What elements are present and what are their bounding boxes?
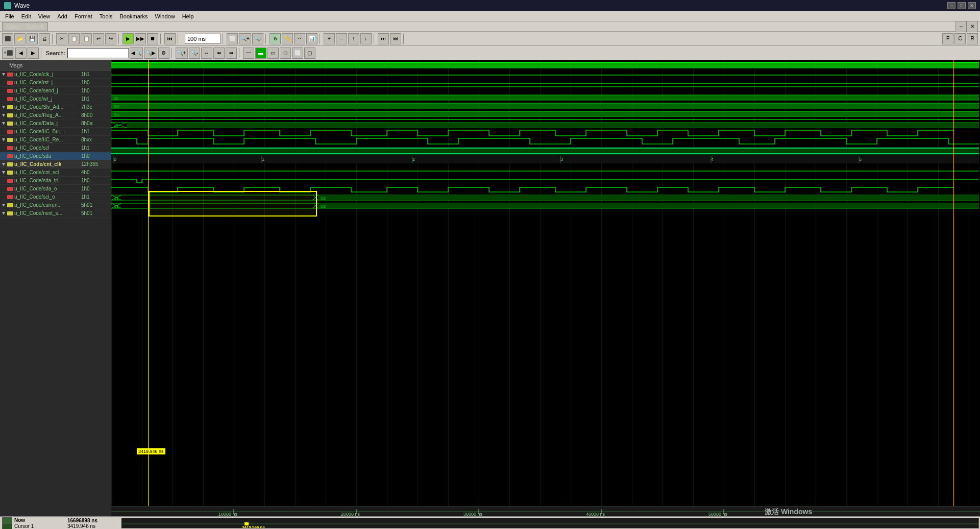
- tb-copy-btn[interactable]: 📋: [68, 33, 80, 44]
- tb-stop-btn[interactable]: ⏹: [147, 33, 158, 44]
- signal-row[interactable]: u_IIC_Code/Data_j8h0a: [0, 119, 111, 128]
- signal-row[interactable]: u_IIC_Code/rst_j1h0: [0, 79, 111, 87]
- tb-zoom-in-btn[interactable]: 🔍+: [239, 33, 251, 44]
- svg-line-31: [111, 123, 127, 128]
- menu-format[interactable]: Format: [71, 13, 95, 20]
- menu-help[interactable]: Help: [179, 13, 197, 20]
- tb-restart-btn[interactable]: ⏮: [164, 33, 176, 44]
- tb2-zoom-in-btn[interactable]: 🔍+: [176, 47, 188, 59]
- menu-view[interactable]: View: [35, 13, 54, 20]
- expand-icon[interactable]: [0, 202, 7, 209]
- signal-row[interactable]: u_IIC_Code/Slv_Ad...7h3c: [0, 103, 111, 111]
- wave-scroll-area[interactable]: 3419.946 ns 3c: [111, 60, 980, 506]
- tb-move-up-btn[interactable]: ↑: [348, 33, 359, 44]
- tb-save-btn[interactable]: 💾: [27, 33, 38, 44]
- search-input[interactable]: [67, 48, 129, 58]
- tb2-wave-style5[interactable]: ⬜: [292, 47, 303, 59]
- signal-row[interactable]: u_IIC_Code/IIC_Bu...1h1: [0, 128, 111, 136]
- tb-zoom-out-btn[interactable]: 🔍-: [252, 33, 263, 44]
- tb-print-btn[interactable]: 🖨: [39, 33, 50, 44]
- menu-file[interactable]: File: [2, 13, 17, 20]
- window-controls[interactable]: ─ □ ✕: [947, 2, 976, 9]
- menu-add[interactable]: Add: [54, 13, 70, 20]
- tb-measure-btn[interactable]: 📏: [282, 33, 293, 44]
- close-button[interactable]: ✕: [968, 2, 976, 9]
- tb-move-dn-btn[interactable]: ↓: [360, 33, 372, 44]
- expand-icon[interactable]: [0, 112, 7, 119]
- signal-row[interactable]: u_IIC_Code/cnt_scl4h0: [0, 169, 111, 177]
- signal-row[interactable]: u_IIC_Code/wr_j1h1: [0, 95, 111, 103]
- tb2-add-btn[interactable]: +⬛: [2, 47, 14, 59]
- tb-run-btn[interactable]: ▶: [122, 33, 134, 44]
- tb-zoom-full-btn[interactable]: ⬜: [227, 33, 238, 44]
- svg-line-57: [111, 195, 121, 200]
- signal-row[interactable]: u_IIC_Code/sda_o1h0: [0, 185, 111, 193]
- tb-del-sig-btn[interactable]: -: [336, 33, 347, 44]
- tb2-wave-style4[interactable]: ◻: [280, 47, 291, 59]
- svg-rect-24: [111, 111, 979, 116]
- tb-log-btn[interactable]: 📊: [306, 33, 317, 44]
- menu-bookmarks[interactable]: Bookmarks: [116, 13, 151, 20]
- tb-add-sig-btn[interactable]: +: [324, 33, 335, 44]
- expand-icon[interactable]: [0, 161, 7, 168]
- tb-undo-btn[interactable]: ↩: [93, 33, 104, 44]
- signal-row[interactable]: u_IIC_Code/send_j1h0: [0, 87, 111, 95]
- tb2-zoom-fit-btn[interactable]: ↔: [201, 47, 212, 59]
- expand-icon[interactable]: [0, 71, 7, 78]
- signal-row[interactable]: u_IIC_Code/sda_tri1h0: [0, 177, 111, 185]
- expand-icon[interactable]: [0, 210, 7, 217]
- tb2-wave-style6[interactable]: ▢: [304, 47, 315, 59]
- tb-next-edge-btn[interactable]: ⏭: [378, 33, 389, 44]
- menu-window[interactable]: Window: [152, 13, 178, 20]
- tb-format-btn[interactable]: F: [942, 33, 953, 44]
- svg-text:1: 1: [262, 157, 264, 162]
- expand-icon[interactable]: [0, 169, 7, 176]
- minimize-button[interactable]: ─: [947, 2, 955, 9]
- signal-row[interactable]: u_IIC_Code/curren...5h01: [0, 201, 111, 209]
- tb2-search-opts-btn[interactable]: ⚙: [158, 47, 169, 59]
- tb-redo-btn[interactable]: ↪: [105, 33, 116, 44]
- expand-icon[interactable]: [0, 104, 7, 111]
- tb-cut-btn[interactable]: ✂: [56, 33, 67, 44]
- svg-marker-1: [2, 106, 5, 109]
- tb-new-btn[interactable]: ⬛: [2, 33, 13, 44]
- expand-icon[interactable]: [0, 120, 7, 127]
- tb-prev-edge-btn[interactable]: ⏮: [390, 33, 401, 44]
- tb2-next-btn[interactable]: ▶: [28, 47, 39, 59]
- tb2-zoom-out-btn[interactable]: 🔍-: [189, 47, 200, 59]
- waveform-svg: 3c 00 0a xx: [111, 60, 980, 506]
- signal-row[interactable]: u_IIC_Code/scl1h1: [0, 144, 111, 152]
- tb2-prev-btn[interactable]: ◀: [15, 47, 27, 59]
- wave-default-tab[interactable]: Wave - Default: [2, 22, 48, 31]
- tb-paste-btn[interactable]: 📋: [81, 33, 92, 44]
- signal-row[interactable]: u_IIC_Code/next_s...5h01: [0, 209, 111, 218]
- signal-row[interactable]: u_IIC_Code/Reg_A...8h00: [0, 111, 111, 119]
- tab-close-button[interactable]: ✕: [967, 21, 978, 32]
- tb-cursor-btn[interactable]: 🖱: [270, 33, 281, 44]
- tb2-search-prev-btn[interactable]: ◀🔍: [130, 47, 143, 59]
- signal-row[interactable]: u_IIC_Code/IIC_Re...8hxx: [0, 136, 111, 144]
- signal-row[interactable]: u_IIC_Code/sda1h0: [0, 152, 111, 160]
- tb-sep2: [118, 34, 120, 44]
- maximize-button[interactable]: □: [958, 2, 966, 9]
- tb-radix-btn[interactable]: R: [967, 33, 978, 44]
- tab-expand-button[interactable]: ↔: [955, 21, 967, 32]
- time-input[interactable]: [185, 34, 220, 44]
- tb2-wave-style1[interactable]: 〰: [243, 47, 254, 59]
- cursor-color-swatch: [2, 523, 12, 530]
- signal-row[interactable]: u_IIC_Code/scl_o1h1: [0, 193, 111, 201]
- tb-color-btn[interactable]: C: [954, 33, 966, 44]
- tb2-search-next-btn[interactable]: 🔍▶: [144, 47, 157, 59]
- tb2-zoom-prev-btn[interactable]: ⬅: [213, 47, 225, 59]
- expand-icon[interactable]: [0, 136, 7, 143]
- menu-tools[interactable]: Tools: [96, 13, 116, 20]
- tb2-wave-style3[interactable]: ▭: [267, 47, 279, 59]
- tb-run-all-btn[interactable]: ▶▶: [135, 33, 146, 44]
- tb2-zoom-next-btn[interactable]: ➡: [226, 47, 237, 59]
- signal-row[interactable]: u_IIC_Code/clk_j1h1: [0, 70, 111, 79]
- tb-open-btn[interactable]: 📂: [14, 33, 26, 44]
- tb2-wave-style2[interactable]: ▬: [255, 47, 266, 59]
- menu-edit[interactable]: Edit: [18, 13, 34, 20]
- signal-row[interactable]: u_IIC_Code/cnt_clk12h355: [0, 160, 111, 169]
- tb-wave-btn[interactable]: 〰: [294, 33, 305, 44]
